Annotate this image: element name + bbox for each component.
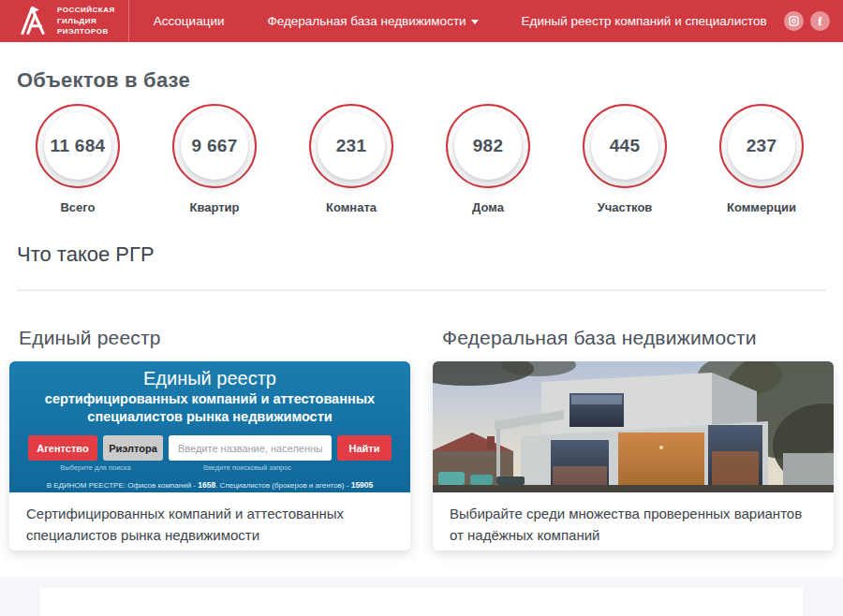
- map-section: [0, 577, 843, 616]
- stat-label: Всего: [60, 200, 95, 214]
- agency-toggle-button[interactable]: Агентство: [28, 435, 97, 461]
- nav-item-registry[interactable]: Единый реестр компаний и специалистов: [522, 14, 767, 28]
- fedbase-section-title: Федеральная база недвижимости: [442, 327, 834, 349]
- nav-item-associations[interactable]: Ассоциации: [154, 14, 225, 28]
- stat-apartments: 9 667 Квартир: [146, 104, 283, 214]
- specialists-count: 15905: [351, 480, 374, 490]
- stat-label: Участков: [598, 200, 653, 214]
- stat-label: Коммерции: [727, 200, 796, 214]
- buttons-hint: Выберите для поиска: [28, 463, 163, 472]
- stat-plots: 445 Участков: [556, 104, 693, 214]
- registry-search-form: Агентство Риэлтора Найти: [9, 435, 410, 461]
- instagram-icon[interactable]: [784, 11, 804, 31]
- stat-ring: 445: [583, 104, 667, 188]
- chevron-down-icon: [471, 20, 479, 24]
- stat-label: Квартир: [189, 200, 239, 214]
- stat-rooms: 231 Комната: [283, 104, 420, 214]
- registry-section-title: Единый реестр: [19, 327, 410, 349]
- logo[interactable]: РОССИЙСКАЯ ГИЛЬДИЯ РИЭЛТОРОВ: [0, 0, 129, 42]
- main-header: РОССИЙСКАЯ ГИЛЬДИЯ РИЭЛТОРОВ Ассоциации …: [0, 0, 843, 42]
- find-button[interactable]: Найти: [337, 435, 392, 461]
- social-links: f: [784, 0, 843, 42]
- stats-row: 11 684 Всего 9 667 Квартир 231 Комната 9…: [9, 104, 843, 214]
- fedbase-column: Федеральная база недвижимости: [433, 327, 834, 550]
- form-hints: Выберите для поиска Введите поисковый за…: [9, 463, 410, 472]
- realtor-toggle-button[interactable]: Риэлтора: [103, 435, 163, 461]
- main-nav: Ассоциации Федеральная база недвижимости…: [129, 0, 767, 42]
- logo-text: РОССИЙСКАЯ ГИЛЬДИЯ РИЭЛТОРОВ: [57, 5, 115, 37]
- stat-commercial: 237 Коммерции: [693, 104, 830, 214]
- stat-ring: 237: [719, 104, 804, 188]
- about-section: Что такое РГР: [0, 214, 843, 291]
- stats-title: Объектов в базе: [17, 68, 843, 93]
- stat-ring: 9 667: [172, 104, 257, 188]
- stat-label: Комната: [326, 200, 377, 214]
- stat-total: 11 684 Всего: [9, 104, 146, 214]
- input-hint: Введите поисковый запрос: [163, 463, 332, 472]
- registry-counts: В ЕДИНОМ РЕЕСТРЕ: Офисов компаний - 1658…: [9, 480, 410, 490]
- offices-count: 1658: [198, 480, 215, 490]
- facebook-icon[interactable]: f: [810, 11, 830, 31]
- stat-ring: 982: [446, 104, 530, 188]
- map-card: [40, 588, 803, 616]
- about-title: Что такое РГР: [17, 242, 826, 267]
- header-spacer: [767, 0, 784, 42]
- cards-section: Единый реестр Единый реестр сертифициров…: [0, 291, 843, 550]
- registry-promo-panel: Единый реестр сертифицированных компаний…: [9, 361, 410, 492]
- stats-section: Объектов в базе 11 684 Всего 9 667 Кварт…: [0, 42, 843, 214]
- registry-card[interactable]: Единый реестр сертифицированных компаний…: [9, 361, 410, 550]
- russia-map-image: [40, 588, 803, 616]
- stat-ring: 231: [309, 104, 393, 188]
- registry-column: Единый реестр Единый реестр сертифициров…: [9, 327, 410, 550]
- nav-item-federal-base[interactable]: Федеральная база недвижимости: [267, 14, 478, 28]
- registry-search-input[interactable]: [169, 435, 332, 461]
- rgr-emblem-icon: [17, 3, 49, 40]
- promo-subtitle: сертифицированных компаний и аттестованн…: [9, 390, 410, 425]
- fedbase-card[interactable]: Выбирайте среди множества проверенных ва…: [433, 361, 834, 550]
- house-photo: [433, 361, 834, 492]
- stat-houses: 982 Дома: [420, 104, 556, 214]
- stat-label: Дома: [472, 200, 504, 214]
- promo-title: Единый реестр: [9, 368, 410, 389]
- fedbase-caption: Выбирайте среди множества проверенных ва…: [433, 492, 834, 550]
- stat-ring: 11 684: [36, 104, 120, 188]
